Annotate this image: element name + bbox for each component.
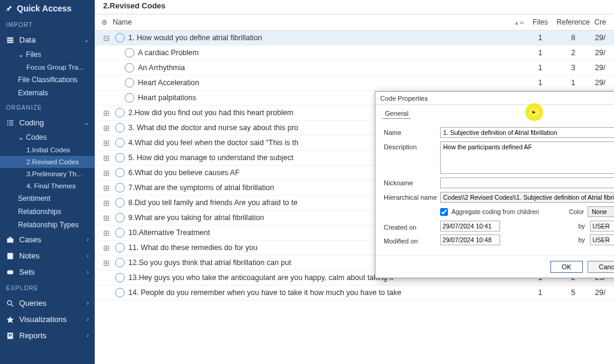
sidebar-data[interactable]: Data⌄ <box>0 32 95 48</box>
sidebar-final-themes[interactable]: 4. Final Themes <box>0 180 95 192</box>
cell-ref: 8 <box>554 34 592 42</box>
sidebar-initial-codes[interactable]: 1.Initial Codes <box>0 144 95 156</box>
table-row[interactable]: An Arrhythmia1329/ <box>95 61 614 76</box>
svg-rect-1 <box>7 39 14 40</box>
expand-icon[interactable]: ⊞ <box>101 109 112 118</box>
sidebar-queries[interactable]: Queries› <box>0 295 95 311</box>
sidebar-revised-codes[interactable]: 2.Revised Codes <box>0 156 95 168</box>
sidebar-notes[interactable]: Notes› <box>0 248 95 264</box>
expand-icon[interactable]: ⊞ <box>101 169 112 178</box>
code-circle-icon[interactable] <box>115 138 125 148</box>
chevron-down-icon: ⌄ <box>84 37 89 43</box>
sidebar-files[interactable]: ⌄ Files <box>0 48 95 61</box>
expand-icon[interactable]: ⊞ <box>101 243 112 252</box>
code-circle-icon[interactable] <box>115 288 125 297</box>
description-input[interactable]: How the participants defined AF <box>440 142 614 174</box>
code-circle-icon[interactable] <box>115 168 125 178</box>
table-row[interactable]: 14. People do you remember when you have… <box>95 285 614 300</box>
code-circle-icon[interactable] <box>125 48 134 58</box>
expand-icon[interactable]: ⊞ <box>101 213 112 222</box>
report-icon <box>6 332 14 340</box>
code-circle-icon[interactable] <box>115 123 125 133</box>
modified-label: Modified on <box>384 236 440 245</box>
row-label: 1. How would you define atrial fibrillat… <box>128 34 526 42</box>
expand-icon[interactable]: ⊞ <box>101 139 112 148</box>
aggregate-checkbox[interactable] <box>440 208 448 216</box>
sidebar-externals[interactable]: Externals <box>0 86 95 100</box>
cell-cre: 29/ <box>592 288 608 297</box>
col-reference[interactable]: Reference <box>554 18 592 26</box>
table-row[interactable]: Heart Acceleration1129/ <box>95 76 614 91</box>
code-circle-icon[interactable] <box>115 228 125 237</box>
expand-icon[interactable]: ⊞ <box>101 154 112 163</box>
sidebar-cases[interactable]: Cases› <box>0 231 95 248</box>
svg-rect-2 <box>7 41 14 43</box>
svg-rect-7 <box>7 124 8 125</box>
color-select[interactable]: None <box>588 206 614 217</box>
briefcase-icon <box>6 236 14 244</box>
expand-icon[interactable]: ⊞ <box>101 258 112 267</box>
expand-icon[interactable]: ⊞ <box>101 124 112 133</box>
cancel-button[interactable]: Cancel <box>588 261 614 273</box>
aggregate-label: Aggregate coding from children <box>452 208 539 215</box>
sidebar-relationship-types[interactable]: Relationship Types <box>0 218 95 231</box>
expand-all-icon[interactable]: ⊛ <box>101 18 108 26</box>
sidebar-visualizations[interactable]: Visualizations› <box>0 311 95 327</box>
svg-rect-5 <box>7 122 8 123</box>
sidebar-focus-group[interactable]: Focus Group Tra... <box>0 61 95 73</box>
name-label: Name <box>384 127 440 136</box>
ok-button[interactable]: OK <box>550 261 583 273</box>
cell-ref: 2 <box>554 49 592 57</box>
created-value <box>440 221 500 231</box>
expand-icon[interactable]: ⊞ <box>101 228 112 237</box>
cell-files: 1 <box>526 288 554 297</box>
svg-rect-3 <box>7 120 8 121</box>
expand-icon[interactable]: ⊟ <box>101 34 112 43</box>
sidebar-relationships[interactable]: Relationships <box>0 205 95 218</box>
table-row[interactable]: A cardiac Problem1229/ <box>95 46 614 61</box>
code-circle-icon[interactable] <box>115 273 125 282</box>
chevron-right-icon: › <box>87 300 89 306</box>
sidebar-coding[interactable]: Coding⌄ <box>0 115 95 131</box>
code-circle-icon[interactable] <box>115 183 125 192</box>
row-label: Heart Acceleration <box>138 79 526 87</box>
modified-by-label: by <box>573 236 590 243</box>
sidebar-sentiment[interactable]: Sentiment <box>0 192 95 205</box>
sidebar-sets[interactable]: Sets› <box>0 264 95 280</box>
code-circle-icon[interactable] <box>125 93 134 103</box>
code-circle-icon[interactable] <box>125 63 134 73</box>
sidebar-codes[interactable]: ⌄ Codes <box>0 131 95 144</box>
code-circle-icon[interactable] <box>115 258 125 267</box>
code-circle-icon[interactable] <box>115 33 125 43</box>
table-row[interactable]: ⊟1. How would you define atrial fibrilla… <box>95 31 614 46</box>
code-circle-icon[interactable] <box>115 108 125 118</box>
quick-access[interactable]: Quick Access <box>0 0 95 17</box>
hierarchical-input <box>440 192 614 203</box>
sort-icon[interactable]: ▴ ∞ <box>515 19 524 26</box>
sidebar-preliminary-themes[interactable]: 3.Preliminary Th... <box>0 168 95 180</box>
expand-icon[interactable]: ⊞ <box>101 198 112 207</box>
code-circle-icon[interactable] <box>115 213 125 222</box>
code-circle-icon[interactable] <box>115 153 125 163</box>
code-circle-icon[interactable] <box>125 78 134 88</box>
col-created[interactable]: Cre <box>592 18 608 26</box>
modified-value <box>440 234 500 245</box>
pin-icon <box>5 4 13 13</box>
code-circle-icon[interactable] <box>115 198 125 207</box>
expand-icon[interactable]: ⊞ <box>101 183 112 192</box>
col-name[interactable]: Name <box>113 18 132 26</box>
svg-rect-9 <box>7 238 14 242</box>
nickname-input[interactable] <box>440 178 614 188</box>
svg-rect-11 <box>7 252 13 259</box>
chevron-right-icon: › <box>87 252 89 259</box>
sidebar-reports[interactable]: Reports› <box>0 327 95 344</box>
sets-icon <box>6 268 14 276</box>
chevron-right-icon: › <box>87 236 89 243</box>
col-files[interactable]: Files <box>526 18 554 26</box>
help-button[interactable]: ? <box>609 95 614 102</box>
search-icon <box>6 299 14 308</box>
code-circle-icon[interactable] <box>115 243 125 252</box>
tab-general[interactable]: General <box>383 109 411 119</box>
name-input[interactable] <box>440 127 614 138</box>
sidebar-file-classifications[interactable]: File Classifications <box>0 73 95 86</box>
